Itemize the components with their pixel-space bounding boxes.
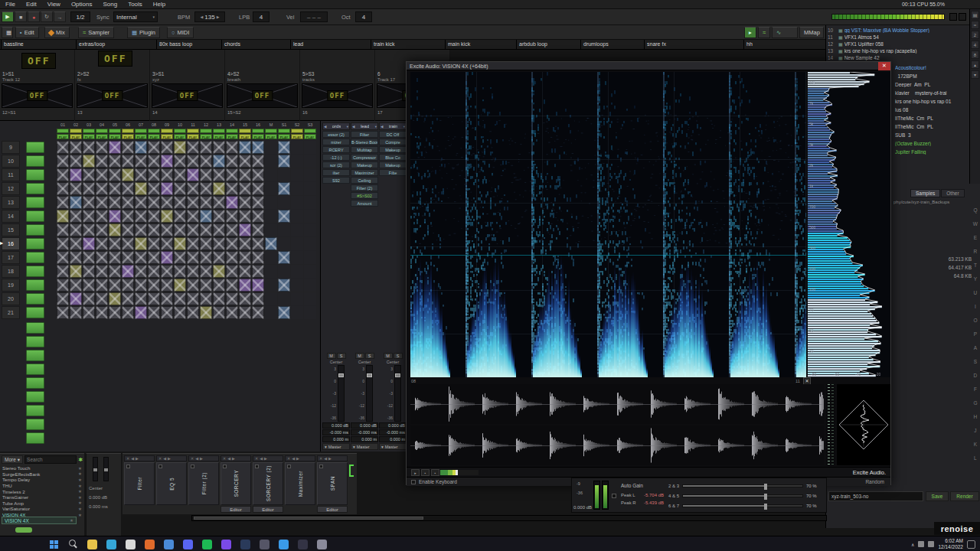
matrix-cell[interactable]: [96, 141, 108, 154]
track-play-indicator[interactable]: [122, 129, 134, 133]
mute-solo-button[interactable]: M: [327, 353, 336, 359]
matrix-cell[interactable]: [109, 237, 121, 250]
matrix-cell[interactable]: [187, 155, 199, 168]
matrix-cell[interactable]: [278, 237, 290, 250]
matrix-cell[interactable]: [161, 196, 173, 209]
track-play-button[interactable]: PLAY: [174, 134, 186, 139]
edit-mode-button[interactable]: ▪Edit: [15, 27, 39, 38]
matrix-cell[interactable]: [57, 210, 69, 223]
favorite-star-icon[interactable]: ★: [78, 495, 82, 500]
matrix-cell[interactable]: [109, 292, 121, 305]
block-loop-button[interactable]: ≈: [758, 27, 770, 38]
matrix-cell[interactable]: [57, 279, 69, 292]
track-name[interactable]: drumloops: [583, 41, 609, 47]
sequence-block[interactable]: [26, 391, 44, 403]
track-name[interactable]: lead: [293, 41, 303, 47]
favorite-star-icon[interactable]: ★: [78, 478, 82, 482]
close-icon[interactable]: ✕: [255, 456, 258, 461]
plugin-list-item[interactable]: VariSaturator★: [0, 506, 84, 512]
matrix-cell[interactable]: [174, 141, 186, 154]
matrix-cell[interactable]: [265, 279, 277, 292]
matrix-cell[interactable]: [174, 196, 186, 209]
matrix-cell[interactable]: [96, 292, 108, 305]
edge-strip-button[interactable]: ≈: [971, 21, 979, 29]
matrix-cell[interactable]: [174, 265, 186, 278]
move-right-icon[interactable]: ▶: [200, 456, 203, 461]
move-right-icon[interactable]: ▶: [264, 456, 267, 461]
matrix-cell[interactable]: [57, 292, 69, 305]
plugin-list-item[interactable]: Timeless 2★: [0, 488, 84, 494]
matrix-cell[interactable]: [304, 223, 316, 236]
matrix-cell[interactable]: [96, 210, 108, 223]
matrix-cell[interactable]: [148, 223, 160, 236]
track-play-indicator[interactable]: [291, 129, 303, 133]
matrix-cell[interactable]: [70, 306, 82, 319]
move-left-icon[interactable]: ◀: [131, 456, 134, 461]
taskbar-code-icon[interactable]: [274, 537, 293, 551]
taskbar-spotify-icon[interactable]: [198, 537, 217, 551]
move-left-icon[interactable]: ◀: [260, 456, 263, 461]
instrument-row[interactable]: 12▦VFX1 Uplifter 058~/: [826, 41, 980, 47]
mixer-fx-slot[interactable]: Amount: [351, 200, 378, 207]
matrix-cell[interactable]: [57, 168, 69, 181]
more-button[interactable]: More▾: [2, 455, 23, 464]
sequence-position[interactable]: 18: [2, 265, 20, 278]
track-play-indicator[interactable]: [213, 129, 225, 133]
sequence-block[interactable]: [26, 142, 44, 153]
track-play-button[interactable]: PLAY: [122, 134, 134, 139]
instrument-row[interactable]: klavier__mystery-of-trai~/: [893, 89, 980, 97]
favorite-star-icon[interactable]: ★: [78, 466, 82, 471]
matrix-cell[interactable]: [57, 251, 69, 264]
instrument-row[interactable]: 14▦New Sample 42~/: [826, 54, 980, 61]
mixer-fx-slot[interactable]: DC Off: [379, 131, 407, 138]
sequence-block[interactable]: [26, 364, 44, 375]
matrix-cell[interactable]: [83, 210, 95, 223]
matrix-cell[interactable]: [161, 265, 173, 278]
fader-handle[interactable]: [367, 373, 372, 377]
matrix-cell[interactable]: [122, 306, 134, 319]
matrix-cell[interactable]: [174, 223, 186, 236]
matrix-cell[interactable]: [278, 279, 290, 292]
matrix-cell[interactable]: [83, 182, 95, 195]
track-play-button[interactable]: PLAY: [304, 134, 316, 139]
sequence-block[interactable]: [26, 405, 44, 416]
taskbar-search-icon[interactable]: [64, 537, 83, 551]
dsp-slot[interactable]: ✕◀▶SPANEditor: [317, 455, 348, 513]
matrix-cell[interactable]: [109, 251, 121, 264]
matrix-cell[interactable]: [83, 168, 95, 181]
search-input[interactable]: [24, 455, 77, 464]
matrix-cell[interactable]: [135, 210, 147, 223]
track-play-indicator[interactable]: [148, 129, 160, 133]
favorite-star-icon[interactable]: ★: [78, 507, 82, 511]
matrix-cell[interactable]: [187, 279, 199, 292]
editor-button[interactable]: Editor: [317, 506, 348, 513]
track-play-button[interactable]: PLAY: [161, 134, 173, 139]
matrix-cell[interactable]: [174, 237, 186, 250]
matrix-cell[interactable]: [57, 155, 69, 168]
matrix-cell[interactable]: [278, 306, 290, 319]
track-play-indicator[interactable]: [239, 129, 251, 133]
track-play-indicator[interactable]: [57, 129, 69, 133]
auto-gain-checkbox[interactable]: [612, 494, 616, 498]
matrix-cell[interactable]: [187, 210, 199, 223]
matrix-cell[interactable]: [265, 182, 277, 195]
taskbar-firefox-icon[interactable]: [140, 537, 159, 551]
matrix-cell[interactable]: [226, 196, 238, 209]
mixer-fx-slot[interactable]: #S>S02: [351, 192, 378, 199]
track-play-button[interactable]: PLAY: [226, 134, 238, 139]
matrix-cell[interactable]: [174, 292, 186, 305]
expand-icon[interactable]: ▾: [375, 125, 377, 129]
play-icon[interactable]: ▸: [411, 469, 420, 476]
matrix-cell[interactable]: [161, 223, 173, 236]
increment-icon[interactable]: ▶: [217, 15, 220, 19]
output-routing[interactable]: ▾Master: [379, 443, 407, 450]
matrix-cell[interactable]: [278, 182, 290, 195]
matrix-cell[interactable]: [239, 155, 251, 168]
matrix-cell[interactable]: [174, 251, 186, 264]
sequence-position[interactable]: 17: [2, 251, 20, 264]
bypass-checkbox[interactable]: [158, 465, 162, 468]
matrix-cell[interactable]: [96, 265, 108, 278]
mixer-fx-slot[interactable]: Filte: [379, 169, 407, 176]
sequence-block[interactable]: [26, 266, 44, 277]
dsp-slot[interactable]: ✕◀▶EQ 5: [156, 455, 187, 505]
